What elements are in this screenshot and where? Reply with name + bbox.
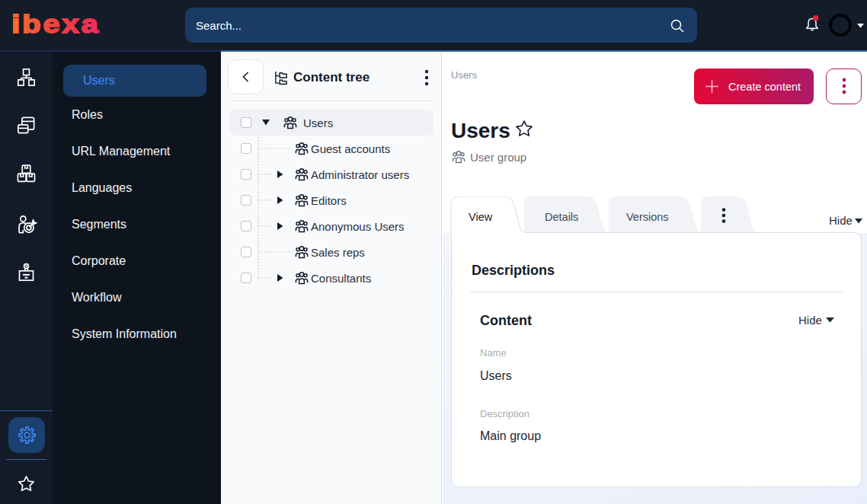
svg-text:ibexa: ibexa (11, 11, 100, 38)
